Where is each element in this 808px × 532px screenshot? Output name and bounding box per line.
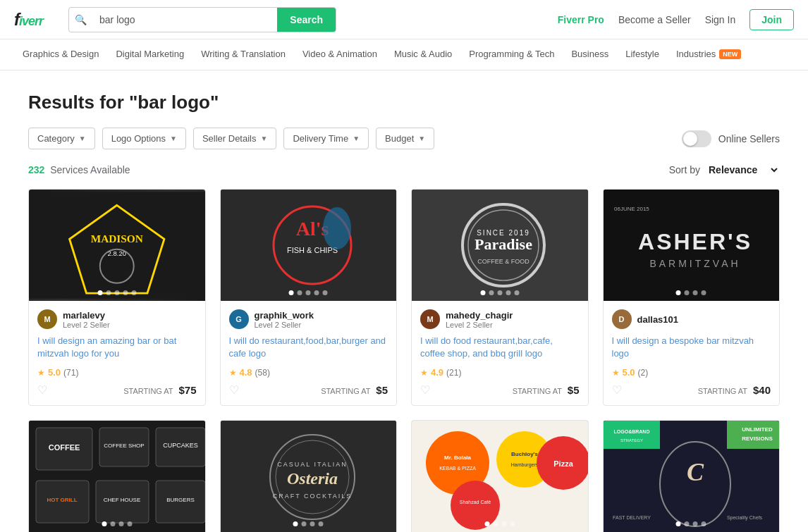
- list-item[interactable]: CASUAL ITALIAN Osteria CRAFT COCKTAILS A…: [220, 420, 398, 532]
- price: $40: [753, 384, 771, 396]
- dot: [293, 521, 298, 526]
- list-item[interactable]: SINCE 2019 Paradise COFFEE & FOOD M mahe…: [411, 189, 589, 406]
- heart-button[interactable]: ♡: [37, 383, 47, 397]
- card-image-svg: COFFEE COFFEE SHOP CUPCAKES HOT GRILL CH…: [29, 421, 205, 532]
- list-item[interactable]: LOGO&BRAND STRATEGY UNLIMITED REVISIONS …: [603, 420, 781, 532]
- nav-item-business[interactable]: Business: [563, 39, 617, 70]
- nav-item-programming[interactable]: Programming & Tech: [460, 39, 563, 70]
- logo[interactable]: fiverr: [14, 8, 43, 30]
- price-info: STARTING AT $5: [321, 384, 388, 396]
- svg-text:COFFEE & FOOD: COFFEE & FOOD: [477, 258, 530, 265]
- card-image-svg: LOGO&BRAND STRATEGY UNLIMITED REVISIONS …: [604, 421, 780, 532]
- nav-item-music[interactable]: Music & Audio: [386, 39, 460, 70]
- svg-text:Hamburgers: Hamburgers: [511, 462, 539, 468]
- svg-text:HOT GRILL: HOT GRILL: [47, 497, 77, 503]
- heart-button[interactable]: ♡: [420, 383, 430, 397]
- online-sellers-label: Online Sellers: [718, 133, 780, 144]
- svg-text:Paradise: Paradise: [475, 235, 532, 253]
- card-image: Al's FISH & CHIPS: [221, 190, 397, 301]
- rating-count: (71): [63, 368, 78, 378]
- card-image-svg: CASUAL ITALIAN Osteria CRAFT COCKTAILS: [221, 421, 397, 532]
- sort-select[interactable]: Relevance Best Selling New Arrivals: [706, 163, 780, 176]
- svg-text:CRAFT COCKTAILS: CRAFT COCKTAILS: [272, 493, 352, 500]
- count-sort-bar: 232 Services Available Sort by Relevance…: [28, 163, 780, 176]
- price-info: STARTING AT $5: [513, 384, 580, 396]
- svg-text:Speciality Chefs: Speciality Chefs: [726, 515, 762, 521]
- seller-info: D dallas101: [612, 309, 771, 329]
- nav-item-graphics[interactable]: Graphics & Design: [14, 39, 107, 70]
- card-image-svg: Al's FISH & CHIPS: [221, 190, 397, 301]
- nav-item-writing[interactable]: Writing & Translation: [192, 39, 294, 70]
- nav-item-industries[interactable]: Industries NEW: [668, 39, 749, 70]
- svg-text:CHEF HOUSE: CHEF HOUSE: [104, 497, 140, 503]
- budget-chevron: ▼: [418, 135, 425, 142]
- seller-details-filter[interactable]: Seller Details ▼: [193, 128, 277, 149]
- svg-rect-51: [604, 421, 660, 449]
- sign-in-link[interactable]: Sign In: [705, 14, 736, 25]
- delivery-time-label: Delivery Time: [293, 133, 348, 144]
- list-item[interactable]: Mr. Bolała KEBAB & PIZZA Buchloy's Hambu…: [411, 420, 589, 532]
- nav-item-video[interactable]: Video & Animation: [294, 39, 386, 70]
- svg-text:ASHER'S: ASHER'S: [638, 229, 752, 254]
- svg-text:COFFEE SHOP: COFFEE SHOP: [104, 443, 144, 449]
- card-footer: ♡ STARTING AT $40: [612, 383, 771, 397]
- search-bar: 🔍 Search: [68, 7, 336, 32]
- svg-text:REVISIONS: REVISIONS: [742, 435, 773, 442]
- search-button[interactable]: Search: [277, 7, 336, 32]
- list-item[interactable]: MADISON 2.8.20 M marlalevy Le: [28, 189, 206, 406]
- card-title: I will do food restaurant,bar,cafe, coff…: [420, 335, 580, 361]
- price-info: STARTING AT $75: [123, 384, 196, 396]
- dot: [693, 521, 698, 526]
- seller-details: graphik_work Level 2 Seller: [255, 310, 314, 329]
- price-info: STARTING AT $40: [698, 384, 771, 396]
- category-filter[interactable]: Category ▼: [28, 128, 95, 149]
- card-rating: ★ 5.0 (71): [37, 367, 197, 378]
- toggle-knob: [683, 132, 697, 146]
- heart-button[interactable]: ♡: [612, 383, 622, 397]
- dot: [693, 290, 698, 295]
- dot: [102, 521, 106, 526]
- avatar: M: [420, 309, 440, 329]
- toggle-switch[interactable]: [682, 130, 711, 147]
- heart-button[interactable]: ♡: [229, 383, 239, 397]
- avatar: D: [612, 309, 632, 329]
- search-input[interactable]: [92, 14, 277, 25]
- logo-options-filter[interactable]: Logo Options ▼: [102, 128, 186, 149]
- become-seller-link[interactable]: Become a Seller: [618, 14, 691, 25]
- main-content: Results for "bar logo" Category ▼ Logo O…: [0, 70, 808, 532]
- stars-icon: ★: [229, 368, 237, 378]
- svg-text:LOGO&BRAND: LOGO&BRAND: [613, 429, 649, 434]
- dot: [118, 521, 123, 526]
- dot: [323, 290, 328, 295]
- seller-level: Level 2 Seller: [255, 321, 314, 329]
- dot: [493, 521, 498, 526]
- nav-item-lifestyle[interactable]: Lifestyle: [617, 39, 668, 70]
- svg-text:Mr. Bolała: Mr. Bolała: [444, 454, 471, 461]
- card-image-svg: SINCE 2019 Paradise COFFEE & FOOD: [412, 190, 588, 301]
- dot: [497, 290, 502, 295]
- delivery-time-filter[interactable]: Delivery Time ▼: [283, 128, 369, 149]
- card-title: I will do restaurant,food,bar,burger and…: [229, 335, 388, 361]
- dot: [123, 290, 128, 295]
- logo-options-label: Logo Options: [111, 133, 166, 144]
- dot: [685, 521, 690, 526]
- list-item[interactable]: 06JUNE 2015 ASHER'S BARMITZVAH D dallas1…: [603, 189, 781, 406]
- avatar: M: [37, 309, 57, 329]
- rating-number: 4.9: [431, 367, 443, 378]
- card-body: D dallas101 I will design a bespoke bar …: [604, 301, 780, 405]
- dot: [514, 290, 519, 295]
- dot: [702, 290, 706, 295]
- card-image: 06JUNE 2015 ASHER'S BARMITZVAH: [604, 190, 780, 301]
- nav-item-digital[interactable]: Digital Marketing: [107, 39, 192, 70]
- svg-text:CASUAL ITALIAN: CASUAL ITALIAN: [277, 461, 348, 468]
- fiverr-pro-link[interactable]: Fiverr Pro: [558, 14, 604, 25]
- join-button[interactable]: Join: [749, 9, 794, 30]
- card-image: Mr. Bolała KEBAB & PIZZA Buchloy's Hambu…: [412, 421, 588, 532]
- budget-filter[interactable]: Budget ▼: [376, 128, 434, 149]
- card-image-svg: Mr. Bolała KEBAB & PIZZA Buchloy's Hambu…: [412, 421, 588, 532]
- svg-point-9: [323, 207, 351, 249]
- seller-name: dallas101: [637, 314, 679, 325]
- list-item[interactable]: Al's FISH & CHIPS G graphik_work: [220, 189, 398, 406]
- list-item[interactable]: COFFEE COFFEE SHOP CUPCAKES HOT GRILL CH…: [28, 420, 206, 532]
- card-dots: [97, 290, 136, 295]
